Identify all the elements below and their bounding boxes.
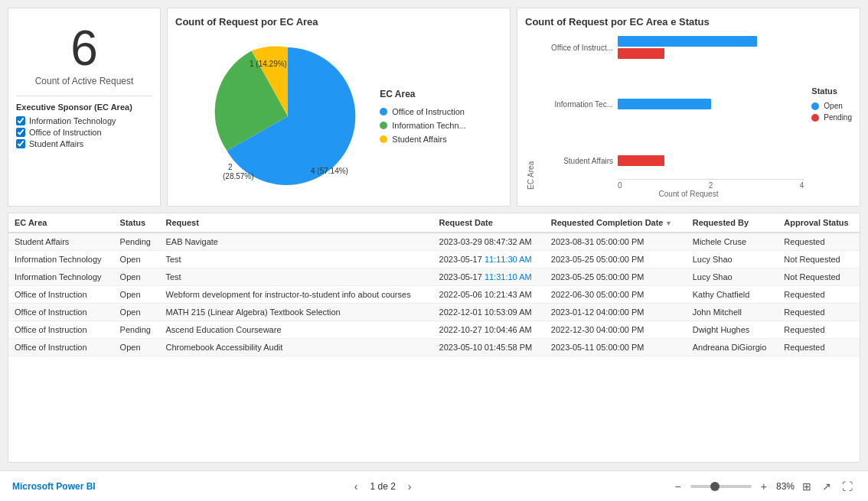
cell-ec-area-0: Student Affairs bbox=[8, 233, 114, 251]
bar-chart-area: Office of Instruct... Information Tec... bbox=[544, 34, 804, 190]
cell-request-date-1: 2023-05-17 11:11:30 AM bbox=[433, 251, 545, 268]
bar-pending-2[interactable] bbox=[618, 155, 664, 166]
cell-date-plain-5: 2022-10-27 10:04:46 AM bbox=[439, 325, 532, 334]
cell-ec-area-3: Office of Instruction bbox=[8, 286, 114, 304]
bar-pending-0[interactable] bbox=[618, 48, 664, 59]
cell-request-date-2: 2023-05-17 11:31:10 AM bbox=[433, 268, 545, 286]
cell-approval-4: Requested bbox=[778, 304, 860, 321]
legend-label-0: Office of Instruction bbox=[392, 107, 465, 116]
bar-legend-item-1: Pending bbox=[811, 113, 852, 122]
fit-page-icon[interactable]: ⊞ bbox=[799, 479, 814, 494]
bar-open-0[interactable] bbox=[618, 36, 757, 47]
bar-legend-label-0: Open bbox=[824, 102, 842, 110]
cell-ec-area-1: Information Technology bbox=[8, 251, 114, 268]
col-requested-by[interactable]: Requested By bbox=[687, 213, 778, 233]
page-label: 1 de 2 bbox=[370, 481, 395, 492]
cell-requested-by-6: Andreana DiGiorgio bbox=[687, 339, 778, 356]
cell-approval-5: Requested bbox=[778, 321, 860, 339]
cell-request-1: Test bbox=[159, 251, 432, 268]
bar-legend-title: Status bbox=[811, 86, 852, 96]
zoom-slider[interactable] bbox=[690, 485, 752, 488]
kpi-card: 6 Count of Active Request Executive Spon… bbox=[8, 8, 161, 207]
cell-date-plain-2: 2023-05-17 bbox=[439, 272, 485, 281]
table-row: Information Technology Open Test 2023-05… bbox=[8, 268, 860, 286]
col-ec-area[interactable]: EC Area bbox=[8, 213, 114, 233]
powerbi-link[interactable]: Microsoft Power BI bbox=[12, 481, 96, 492]
zoom-out-btn[interactable]: − bbox=[671, 479, 686, 494]
bar-legend: Status Open Pending bbox=[811, 34, 852, 190]
x-tick-2: 4 bbox=[800, 181, 804, 190]
cell-request-5: Ascend Education Courseware bbox=[159, 321, 432, 339]
cell-approval-3: Requested bbox=[778, 286, 860, 304]
legend-item-1: Information Techn... bbox=[380, 121, 465, 130]
bar-open-1[interactable] bbox=[618, 99, 711, 109]
cell-ec-area-4: Office of Instruction bbox=[8, 304, 114, 321]
pie-svg: 1 (14.29%) 2 (28.57%) 4 (57.14%) bbox=[211, 40, 364, 193]
cell-completion-6: 2023-05-11 05:00:00 PM bbox=[545, 339, 687, 356]
zoom-label: 83% bbox=[776, 481, 795, 492]
cell-request-date-4: 2022-12-01 10:53:09 AM bbox=[433, 304, 545, 321]
share-icon[interactable]: ↗ bbox=[819, 479, 834, 494]
pie-label-info: 2 bbox=[228, 163, 233, 171]
filter-checkbox-1[interactable] bbox=[16, 128, 25, 137]
cell-requested-by-4: John Mitchell bbox=[687, 304, 778, 321]
zoom-controls: − + 83% ⊞ ↗ ⛶ bbox=[671, 479, 856, 494]
cell-ec-area-2: Information Technology bbox=[8, 268, 114, 286]
filter-checkbox-0[interactable] bbox=[16, 116, 25, 125]
table-body: Student Affairs Pending EAB Navigate 202… bbox=[8, 233, 860, 356]
data-table: EC Area Status Request Request Date Requ… bbox=[8, 213, 860, 356]
prev-page-btn[interactable]: ‹ bbox=[350, 479, 363, 494]
cell-request-4: MATH 215 (Linear Algebra) Textbook Selec… bbox=[159, 304, 432, 321]
col-request[interactable]: Request bbox=[159, 213, 432, 233]
table-row: Office of Instruction Pending Ascend Edu… bbox=[8, 321, 860, 339]
col-completion-date[interactable]: Requested Completion Date bbox=[545, 213, 687, 233]
pagination: ‹ 1 de 2 › bbox=[350, 479, 416, 494]
cell-status-6: Open bbox=[114, 339, 160, 356]
zoom-in-btn[interactable]: + bbox=[756, 479, 772, 494]
cell-completion-1: 2023-05-25 05:00:00 PM bbox=[545, 251, 687, 268]
main-container: 6 Count of Active Request Executive Spon… bbox=[0, 0, 868, 501]
cell-date-plain-4: 2022-12-01 10:53:09 AM bbox=[439, 307, 532, 317]
bar-row-label-1: Information Tec... bbox=[544, 100, 613, 109]
filter-checkbox-2[interactable] bbox=[16, 139, 25, 148]
cell-request-6: Chromebook Accessibility Audit bbox=[159, 339, 432, 356]
bar-group-1 bbox=[618, 99, 804, 109]
cell-completion-0: 2023-08-31 05:00:00 PM bbox=[545, 233, 687, 251]
top-row: 6 Count of Active Request Executive Spon… bbox=[8, 8, 860, 207]
cell-status-5: Pending bbox=[114, 321, 160, 339]
pie-content: 1 (14.29%) 2 (28.57%) 4 (57.14%) EC Area… bbox=[175, 34, 502, 198]
filter-label-0: Information Technology bbox=[29, 116, 116, 125]
cell-approval-2: Not Requested bbox=[778, 268, 860, 286]
cell-requested-by-0: Michele Cruse bbox=[687, 233, 778, 251]
col-approval-status[interactable]: Approval Status bbox=[778, 213, 860, 233]
kpi-filter-item-0: Information Technology bbox=[16, 116, 152, 125]
col-request-date[interactable]: Request Date bbox=[433, 213, 545, 233]
cell-date-plain-3: 2022-05-06 10:21:43 AM bbox=[439, 290, 532, 299]
next-page-btn[interactable]: › bbox=[403, 479, 416, 494]
bar-legend-dot-1 bbox=[811, 114, 819, 122]
cell-date-plain-6: 2023-05-10 01:45:58 PM bbox=[439, 343, 533, 352]
fullscreen-icon[interactable]: ⛶ bbox=[839, 479, 856, 494]
x-tick-1: 2 bbox=[709, 181, 713, 190]
col-status[interactable]: Status bbox=[114, 213, 160, 233]
cell-requested-by-5: Dwight Hughes bbox=[687, 321, 778, 339]
bar-row-0: Office of Instruct... bbox=[544, 34, 804, 61]
kpi-filter-title: Executive Sponsor (EC Area) bbox=[16, 102, 152, 112]
cell-completion-5: 2022-12-30 04:00:00 PM bbox=[545, 321, 687, 339]
bar-row-label-2: Student Affairs bbox=[544, 157, 613, 165]
bar-chart-title: Count of Request por EC Area e Status bbox=[525, 16, 852, 28]
cell-request-3: Webform development for instructor-to-st… bbox=[159, 286, 432, 304]
table-row: Office of Instruction Open Webform devel… bbox=[8, 286, 860, 304]
cell-requested-by-1: Lucy Shao bbox=[687, 251, 778, 268]
bottom-bar: Microsoft Power BI ‹ 1 de 2 › − + 83% ⊞ … bbox=[0, 470, 868, 501]
cell-completion-2: 2023-05-25 05:00:00 PM bbox=[545, 268, 687, 286]
legend-label-2: Student Affairs bbox=[392, 135, 446, 144]
kpi-label: Count of Active Request bbox=[16, 76, 152, 86]
cell-approval-0: Requested bbox=[778, 233, 860, 251]
bar-row-label-0: Office of Instruct... bbox=[544, 44, 613, 52]
bar-legend-label-1: Pending bbox=[824, 113, 852, 122]
bar-x-label: Count of Request bbox=[525, 190, 852, 198]
legend-item-2: Student Affairs bbox=[380, 135, 465, 144]
table-row: Office of Instruction Open Chromebook Ac… bbox=[8, 339, 860, 356]
cell-date-time-2: 11:31:10 AM bbox=[485, 272, 532, 281]
